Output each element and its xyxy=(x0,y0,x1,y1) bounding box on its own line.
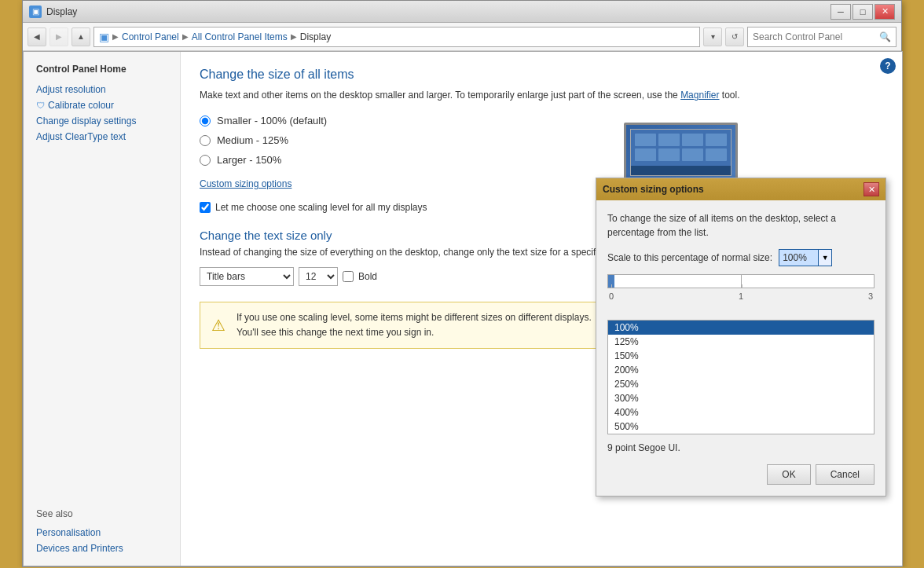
dialog-buttons: OK Cancel xyxy=(607,464,874,485)
forward-button[interactable]: ▶ xyxy=(50,27,68,46)
sidebar: Control Panel Home Adjust resolution 🛡 C… xyxy=(24,52,181,566)
sidebar-item-cleartype[interactable]: Adjust ClearType text xyxy=(24,129,180,145)
up-button[interactable]: ▲ xyxy=(72,27,90,46)
dialog-title: Custom sizing options xyxy=(603,184,704,195)
main-window: Control Panel Home Adjust resolution 🛡 C… xyxy=(23,51,903,566)
search-icon: 🔍 xyxy=(879,31,891,42)
close-button[interactable]: ✕ xyxy=(874,4,895,20)
app-icon: ▣ xyxy=(29,5,42,18)
search-box: 🔍 xyxy=(747,27,896,47)
breadcrumb-separator-2: ▶ xyxy=(291,32,297,41)
breadcrumb-all-items[interactable]: All Control Panel Items xyxy=(192,31,288,42)
dialog-titlebar: Custom sizing options ✕ xyxy=(596,178,886,200)
sidebar-item-calibrate[interactable]: 🛡 Calibrate colour xyxy=(24,97,180,113)
address-bar: ◀ ▶ ▲ ▣ ▶ Control Panel ▶ All Control Pa… xyxy=(23,23,901,51)
breadcrumb-separator-1: ▶ xyxy=(182,32,189,41)
see-also-heading: See also xyxy=(24,506,180,522)
breadcrumb: ▣ ▶ Control Panel ▶ All Control Panel It… xyxy=(94,27,700,47)
scale-option-150[interactable]: 150% xyxy=(608,349,874,363)
refresh-button[interactable]: ↺ xyxy=(725,27,744,46)
scale-ruler: 0 1 3 xyxy=(607,274,874,313)
scale-label: Scale to this percentage of normal size: xyxy=(607,252,772,263)
scale-dropdown-button[interactable]: ▼ xyxy=(818,249,832,266)
custom-sizing-dialog: Custom sizing options ✕ To change the si… xyxy=(596,178,886,497)
minimize-button[interactable]: ─ xyxy=(830,4,851,20)
window-title: Display xyxy=(46,6,77,17)
back-button[interactable]: ◀ xyxy=(28,27,46,46)
sidebar-item-devices-printers[interactable]: Devices and Printers xyxy=(24,541,180,556)
scale-options-list[interactable]: 100% 125% 150% 200% 250% 300% 400% 500% xyxy=(607,320,874,434)
dialog-body: To change the size of all items on the d… xyxy=(596,200,886,496)
dialog-cancel-button[interactable]: Cancel xyxy=(816,464,874,485)
title-bar: ▣ Display ─ □ ✕ xyxy=(23,1,901,23)
ruler-marks: 0 1 3 xyxy=(607,291,874,301)
scale-option-100[interactable]: 100% xyxy=(608,321,874,335)
scale-option-125[interactable]: 125% xyxy=(608,335,874,349)
scale-option-500[interactable]: 500% xyxy=(608,420,874,434)
dialog-overlay: Custom sizing options ✕ To change the si… xyxy=(181,52,902,566)
maximize-button[interactable]: □ xyxy=(852,4,873,20)
breadcrumb-separator-0: ▶ xyxy=(112,32,119,41)
scale-option-400[interactable]: 400% xyxy=(608,405,874,420)
sidebar-item-adjust-resolution[interactable]: Adjust resolution xyxy=(24,82,180,97)
dialog-description: To change the size of all items on the d… xyxy=(607,211,874,240)
dialog-ok-button[interactable]: OK xyxy=(767,464,810,485)
sidebar-item-change-display[interactable]: Change display settings xyxy=(24,113,180,129)
scale-value-input[interactable] xyxy=(779,249,818,266)
ruler-track[interactable] xyxy=(607,274,874,288)
content-area: ? Change the size of all items Make text… xyxy=(181,52,902,566)
shield-icon: 🛡 xyxy=(36,101,45,110)
breadcrumb-display: Display xyxy=(300,31,331,42)
scale-select-wrapper: ▼ xyxy=(779,249,832,266)
breadcrumb-control-panel[interactable]: Control Panel xyxy=(122,31,179,42)
sidebar-item-home[interactable]: Control Panel Home xyxy=(24,61,180,77)
search-input[interactable] xyxy=(753,31,876,42)
breadcrumb-icon: ▣ xyxy=(99,31,109,43)
dialog-close-button[interactable]: ✕ xyxy=(864,182,879,196)
scale-row: Scale to this percentage of normal size:… xyxy=(607,249,874,266)
scale-option-200[interactable]: 200% xyxy=(608,363,874,377)
font-preview: 9 point Segoe UI. xyxy=(607,442,874,453)
sidebar-item-personalisation[interactable]: Personalisation xyxy=(24,525,180,541)
breadcrumb-dropdown-button[interactable]: ▾ xyxy=(703,27,722,46)
scale-option-250[interactable]: 250% xyxy=(608,377,874,391)
scale-option-300[interactable]: 300% xyxy=(608,391,874,405)
